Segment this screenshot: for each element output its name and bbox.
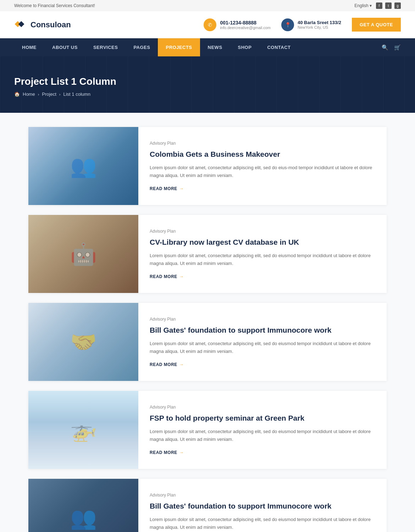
facebook-icon[interactable]: f [376, 2, 382, 9]
phone-number: 001-1234-88888 [220, 20, 271, 26]
top-bar: Welcome to Financial Services Consultant… [0, 0, 415, 11]
page-title: Project List 1 Column [14, 76, 401, 87]
nav-contact[interactable]: CONTACT [259, 38, 298, 56]
read-more-2[interactable]: READ MORE → [150, 274, 375, 279]
nav-home[interactable]: HOME [14, 38, 44, 56]
project-image-1 [28, 127, 138, 205]
project-title-1: Colombia Gets a Business Makeover [150, 149, 375, 159]
breadcrumb: 🏠 Home › Project › List 1 column [14, 92, 401, 97]
phone-contact: ✆ 001-1234-88888 info.deercreative@gmail… [204, 18, 271, 31]
project-title-4: FSP to hold property seminar at Green Pa… [150, 413, 375, 423]
nav-about[interactable]: ABOUT US [44, 38, 85, 56]
svg-rect-1 [18, 21, 24, 27]
phone-details: 001-1234-88888 info.deercreative@gmail.c… [220, 20, 271, 30]
project-desc-2: Lorem ipsum dolor sit amet, consectetur … [150, 252, 375, 267]
project-title-2: CV-Library now largest CV database in UK [150, 237, 375, 247]
project-content-4: Advisory Plan FSP to hold property semin… [138, 391, 387, 469]
project-card-3: Advisory Plan Bill Gates' foundation to … [28, 303, 387, 381]
read-more-arrow-4: → [179, 450, 184, 455]
project-content-5: Advisory Plan Bill Gates' foundation to … [138, 479, 387, 532]
project-content-2: Advisory Plan CV-Library now largest CV … [138, 215, 387, 293]
project-desc-3: Lorem ipsum dolor sit amet, consectetur … [150, 340, 375, 355]
project-card-1: Advisory Plan Colombia Gets a Business M… [28, 127, 387, 205]
logo[interactable]: Consuloan [14, 18, 71, 31]
project-category-2: Advisory Plan [150, 229, 375, 234]
project-category-1: Advisory Plan [150, 141, 375, 146]
project-title-3: Bill Gates' foundation to support Immuno… [150, 325, 375, 335]
read-more-3[interactable]: READ MORE → [150, 362, 375, 367]
read-more-arrow-3: → [179, 362, 184, 367]
nav-projects[interactable]: PROJECTS [158, 38, 200, 56]
logo-icon [14, 18, 27, 31]
nav-icons: 🔍 🛒 [382, 44, 401, 51]
email-text: info.deercreative@gmail.com [220, 26, 271, 30]
project-image-3 [28, 303, 138, 381]
breadcrumb-project[interactable]: Project [42, 92, 56, 97]
city-text: NewYork City, US [298, 25, 341, 29]
breadcrumb-sep-1: › [38, 92, 39, 96]
location-icon: 📍 [281, 18, 294, 31]
project-card-4: Advisory Plan FSP to hold property semin… [28, 391, 387, 469]
welcome-text: Welcome to Financial Services Consultant… [14, 3, 95, 8]
project-category-5: Advisory Plan [150, 493, 375, 498]
project-category-3: Advisory Plan [150, 317, 375, 322]
read-more-arrow-1: → [179, 186, 184, 191]
nav-shop[interactable]: SHOP [230, 38, 260, 56]
twitter-icon[interactable]: t [385, 2, 392, 9]
social-links: f t g [376, 2, 401, 9]
project-card-5: Advisory Plan Bill Gates' foundation to … [28, 479, 387, 532]
nav-news[interactable]: NEWS [200, 38, 230, 56]
breadcrumb-home-icon[interactable]: 🏠 [14, 92, 20, 97]
breadcrumb-home-label[interactable]: Home [23, 92, 35, 97]
project-image-2 [28, 215, 138, 293]
project-category-4: Advisory Plan [150, 405, 375, 410]
project-content-3: Advisory Plan Bill Gates' foundation to … [138, 303, 387, 381]
read-more-4[interactable]: READ MORE → [150, 450, 375, 455]
project-image-4 [28, 391, 138, 469]
get-quote-button[interactable]: GET A QUOTE [352, 18, 401, 32]
cart-icon[interactable]: 🛒 [394, 44, 401, 51]
read-more-1[interactable]: READ MORE → [150, 186, 375, 191]
address-text: 40 Barla Sreet 133/2 [298, 20, 341, 25]
nav-services[interactable]: SERVICES [85, 38, 126, 56]
project-image-5 [28, 479, 138, 532]
hero-banner: Project List 1 Column 🏠 Home › Project ›… [0, 56, 415, 113]
main-content: Advisory Plan Colombia Gets a Business M… [0, 113, 415, 532]
project-desc-5: Lorem ipsum dolor sit amet, consectetur … [150, 516, 375, 531]
top-bar-right: English ▾ f t g [354, 2, 401, 9]
project-title-5: Bill Gates' foundation to support Immuno… [150, 501, 375, 511]
address-details: 40 Barla Sreet 133/2 NewYork City, US [298, 20, 341, 29]
header-contact: ✆ 001-1234-88888 info.deercreative@gmail… [204, 18, 401, 32]
project-desc-1: Lorem ipsum dolor sit amet, consectetur … [150, 164, 375, 179]
project-content-1: Advisory Plan Colombia Gets a Business M… [138, 127, 387, 205]
address-contact: 📍 40 Barla Sreet 133/2 NewYork City, US [281, 18, 341, 31]
main-nav: HOME ABOUT US SERVICES PAGES PROJECTS NE… [0, 38, 415, 56]
header: Consuloan ✆ 001-1234-88888 info.deercrea… [0, 11, 415, 38]
breadcrumb-sep-2: › [59, 92, 61, 96]
project-card-2: Advisory Plan CV-Library now largest CV … [28, 215, 387, 293]
nav-links: HOME ABOUT US SERVICES PAGES PROJECTS NE… [14, 38, 298, 56]
search-icon[interactable]: 🔍 [382, 44, 388, 51]
logo-text: Consuloan [31, 20, 71, 29]
phone-icon: ✆ [204, 18, 216, 31]
language-selector[interactable]: English ▾ [354, 3, 372, 8]
googleplus-icon[interactable]: g [394, 2, 401, 9]
read-more-arrow-2: → [179, 274, 184, 279]
nav-pages[interactable]: PAGES [126, 38, 158, 56]
breadcrumb-current: List 1 column [63, 92, 91, 97]
project-desc-4: Lorem ipsum dolor sit amet, consectetur … [150, 428, 375, 443]
